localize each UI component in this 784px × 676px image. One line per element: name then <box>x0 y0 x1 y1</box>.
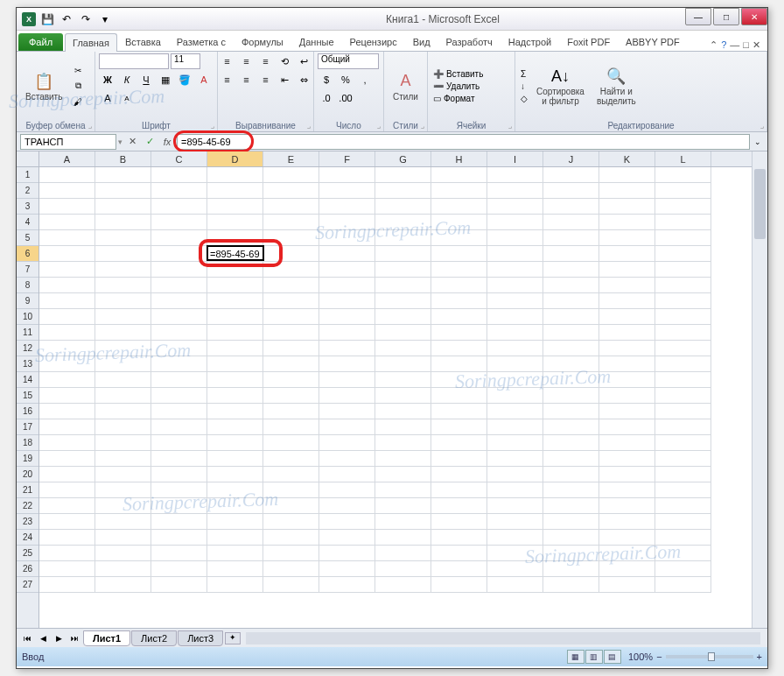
zoom-out-icon[interactable]: − <box>656 651 662 662</box>
cell[interactable] <box>599 467 655 482</box>
formula-expand-icon[interactable]: ⌄ <box>752 137 764 146</box>
cell[interactable] <box>655 435 711 451</box>
cell[interactable] <box>39 230 95 246</box>
cell[interactable] <box>487 293 543 309</box>
vertical-scrollbar[interactable] <box>752 151 767 628</box>
cell[interactable] <box>95 356 151 372</box>
cell[interactable] <box>39 341 95 356</box>
cell[interactable] <box>375 546 431 561</box>
cell[interactable] <box>207 451 263 467</box>
minimize-ribbon-icon[interactable]: ⌃ <box>710 39 718 51</box>
paste-button[interactable]: 📋 Вставить <box>20 69 67 103</box>
cell[interactable] <box>599 530 655 546</box>
cell[interactable] <box>375 435 431 451</box>
cell[interactable] <box>263 246 319 262</box>
cell[interactable] <box>655 577 711 593</box>
fx-confirm-icon[interactable]: ✓ <box>142 134 158 150</box>
row-header[interactable]: 4 <box>17 215 38 230</box>
row-header[interactable]: 9 <box>17 293 38 309</box>
cell[interactable] <box>319 467 375 482</box>
cell[interactable] <box>487 467 543 482</box>
cell[interactable] <box>375 167 431 183</box>
cell[interactable] <box>375 404 431 419</box>
row-header[interactable]: 24 <box>17 530 38 546</box>
cell[interactable] <box>543 514 599 530</box>
qat-dropdown-icon[interactable]: ▾ <box>97 11 113 27</box>
zoom-slider[interactable] <box>666 655 753 658</box>
cell[interactable] <box>95 278 151 293</box>
cell[interactable] <box>487 167 543 183</box>
cell[interactable] <box>39 262 95 278</box>
cell[interactable] <box>263 514 319 530</box>
cell[interactable] <box>263 199 319 215</box>
row-header[interactable]: 21 <box>17 482 38 498</box>
cell[interactable] <box>543 183 599 199</box>
select-all-corner[interactable] <box>17 151 39 167</box>
cell[interactable] <box>39 467 95 482</box>
cell[interactable] <box>543 419 599 435</box>
cell[interactable] <box>263 293 319 309</box>
cell[interactable] <box>319 546 375 561</box>
column-header[interactable]: H <box>431 151 487 166</box>
cell[interactable] <box>599 167 655 183</box>
cell[interactable] <box>431 561 487 577</box>
font-family-select[interactable] <box>99 53 169 69</box>
cell[interactable] <box>543 467 599 482</box>
cell[interactable] <box>95 435 151 451</box>
save-icon[interactable]: 💾 <box>39 11 55 27</box>
ribbon-tab-0[interactable]: Главная <box>65 33 117 52</box>
cell[interactable] <box>375 230 431 246</box>
cell[interactable] <box>487 199 543 215</box>
cell[interactable] <box>39 325 95 341</box>
ribbon-tab-4[interactable]: Данные <box>291 32 342 51</box>
cell[interactable] <box>431 167 487 183</box>
cell[interactable] <box>39 199 95 215</box>
cell[interactable] <box>655 482 711 498</box>
cell[interactable] <box>431 388 487 404</box>
cell[interactable] <box>655 404 711 419</box>
cell[interactable] <box>487 356 543 372</box>
column-header[interactable]: L <box>655 151 711 166</box>
cell[interactable] <box>431 514 487 530</box>
cell[interactable] <box>655 278 711 293</box>
cell[interactable] <box>431 278 487 293</box>
cell[interactable] <box>599 514 655 530</box>
cell[interactable] <box>375 183 431 199</box>
cell[interactable] <box>431 467 487 482</box>
minimize-button[interactable]: — <box>685 8 711 25</box>
cell[interactable] <box>207 467 263 482</box>
cell[interactable] <box>263 451 319 467</box>
cell[interactable] <box>375 372 431 388</box>
row-header[interactable]: 5 <box>17 230 38 246</box>
cell[interactable] <box>39 183 95 199</box>
cell[interactable] <box>487 451 543 467</box>
cell[interactable] <box>375 419 431 435</box>
ribbon-tab-5[interactable]: Рецензирс <box>342 32 405 51</box>
cell[interactable] <box>599 356 655 372</box>
cell[interactable] <box>431 341 487 356</box>
cell[interactable] <box>95 341 151 356</box>
cell[interactable] <box>375 530 431 546</box>
cell[interactable] <box>151 215 207 230</box>
cell[interactable] <box>39 246 95 262</box>
cell[interactable] <box>319 183 375 199</box>
align-top-icon[interactable]: ≡ <box>219 53 236 69</box>
name-box[interactable]: ТРАНСП <box>20 134 116 150</box>
cell[interactable] <box>487 404 543 419</box>
zoom-in-icon[interactable]: + <box>757 651 762 662</box>
row-header[interactable]: 17 <box>17 419 38 435</box>
cell[interactable] <box>543 435 599 451</box>
cell[interactable] <box>39 514 95 530</box>
cell[interactable] <box>151 341 207 356</box>
sort-filter-button[interactable]: А↓ Сортировка и фильтр <box>531 64 590 108</box>
cell[interactable] <box>151 514 207 530</box>
redo-icon[interactable]: ↷ <box>78 11 94 27</box>
cell[interactable] <box>319 215 375 230</box>
cell[interactable] <box>39 419 95 435</box>
formula-input[interactable]: =895-45-69 <box>177 134 750 150</box>
cell[interactable] <box>543 451 599 467</box>
cell[interactable] <box>487 262 543 278</box>
cell[interactable] <box>655 325 711 341</box>
cell[interactable] <box>431 372 487 388</box>
cell[interactable] <box>599 546 655 561</box>
